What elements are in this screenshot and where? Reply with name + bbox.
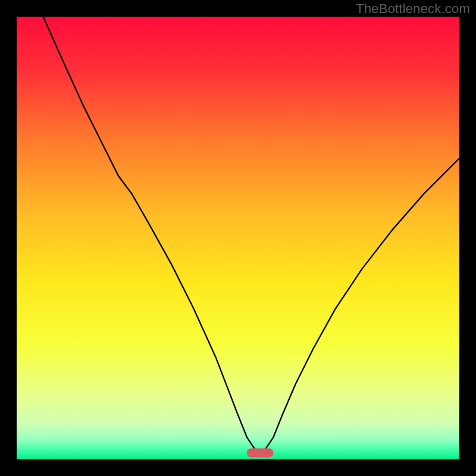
chart-frame: TheBottleneck.com <box>0 0 476 476</box>
chart-plot-area <box>17 17 459 459</box>
minimum-marker <box>247 448 274 457</box>
watermark-text: TheBottleneck.com <box>356 1 470 17</box>
bottleneck-chart <box>17 17 459 459</box>
